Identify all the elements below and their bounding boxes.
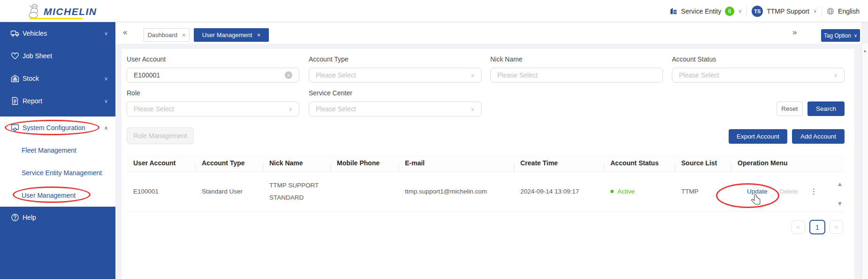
tab-label: User Management bbox=[202, 31, 252, 39]
chevron-down-icon: ∨ bbox=[104, 98, 108, 104]
chevron-down-icon: ∨ bbox=[738, 8, 742, 14]
account-status-select[interactable]: Please Select ∨ bbox=[672, 68, 845, 83]
chevron-down-icon: ∨ bbox=[813, 8, 817, 14]
tag-option-button[interactable]: Tag Option ∨ bbox=[821, 29, 860, 42]
cell-operation-menu: Update Delete ⋮ bbox=[731, 187, 845, 196]
user-name: TTMP Support bbox=[767, 8, 809, 15]
tab-dashboard[interactable]: Dashboard × bbox=[144, 28, 190, 42]
brand-name: MICHELIN bbox=[44, 5, 97, 19]
table-scroll-down-icon[interactable]: ▼ bbox=[835, 200, 845, 208]
cell-nick-name: TTMP SUPPORT STANDARD bbox=[263, 179, 330, 204]
column-header: Account Type bbox=[195, 159, 263, 167]
account-type-placeholder: Please Select bbox=[316, 71, 356, 79]
chevron-down-icon: ∨ bbox=[104, 31, 108, 37]
service-center-select[interactable]: Please Select ∨ bbox=[309, 101, 481, 116]
sidebar-item-vehicles[interactable]: Vehicles ∨ bbox=[0, 22, 115, 45]
reset-button[interactable]: Reset bbox=[777, 101, 803, 116]
sidebar-item-job-sheet[interactable]: Job Sheet bbox=[0, 45, 115, 67]
sidebar-item-help[interactable]: Help bbox=[0, 206, 115, 229]
cell-create-time: 2024-09-14 13:09:17 bbox=[514, 188, 604, 195]
accounts-table: User Account Account Type Nick Name Mobi… bbox=[127, 155, 845, 211]
app-header: MICHELIN Service Entity 6 ∨ TS TTMP Supp… bbox=[0, 0, 868, 22]
page-prev-button[interactable]: < bbox=[792, 220, 805, 234]
update-link[interactable]: Update bbox=[747, 188, 768, 195]
avatar: TS bbox=[752, 6, 763, 17]
user-account-label: User Account bbox=[127, 55, 166, 63]
delete-link[interactable]: Delete bbox=[780, 188, 798, 195]
service-center-placeholder: Please Select bbox=[316, 105, 356, 113]
column-header: Create Time bbox=[514, 159, 604, 167]
table-scroll-up-icon[interactable]: ▲ bbox=[835, 180, 845, 188]
chevron-down-icon: ∨ bbox=[471, 72, 474, 78]
michelin-man-icon bbox=[26, 3, 42, 19]
truck-icon bbox=[10, 29, 20, 38]
nick-name-select[interactable]: Please Select bbox=[490, 68, 663, 83]
clear-icon[interactable]: × bbox=[285, 71, 292, 79]
account-type-select[interactable]: Please Select ∨ bbox=[309, 68, 481, 83]
sidebar-item-fleet-management[interactable]: Fleet Management bbox=[0, 139, 115, 162]
cell-source-list: TTMP bbox=[675, 188, 731, 195]
header-divider bbox=[746, 7, 747, 16]
scroll-up-icon[interactable]: ▲ bbox=[862, 48, 868, 53]
sidebar-item-label: Job Sheet bbox=[23, 52, 52, 60]
tab-bar: « Dashboard × User Management × » Tag Op… bbox=[115, 22, 861, 44]
language-label: English bbox=[838, 8, 860, 15]
sidebar-item-label: System Configuration bbox=[23, 124, 85, 132]
sidebar-item-stock[interactable]: Stock ∨ bbox=[0, 67, 115, 90]
role-management-button[interactable]: Role Management bbox=[127, 127, 194, 144]
nick-name-label: Nick Name bbox=[490, 55, 522, 63]
sidebar-item-report[interactable]: Report ∨ bbox=[0, 90, 115, 112]
role-select[interactable]: Please Select ∨ bbox=[127, 101, 299, 116]
chevron-down-icon: ∨ bbox=[854, 33, 857, 38]
chevron-down-icon: ∨ bbox=[834, 72, 838, 78]
search-button[interactable]: Search bbox=[807, 101, 845, 116]
tag-option-label: Tag Option bbox=[824, 32, 851, 39]
sidebar-item-system-configuration[interactable]: System Configuration ∧ bbox=[0, 116, 115, 139]
more-vertical-icon[interactable]: ⋮ bbox=[810, 187, 818, 196]
user-account-field[interactable]: × bbox=[127, 68, 299, 83]
sidebar-item-user-management[interactable]: User Management bbox=[0, 184, 115, 207]
close-icon[interactable]: × bbox=[257, 31, 261, 39]
status-dot bbox=[610, 190, 614, 193]
close-icon[interactable]: × bbox=[182, 31, 186, 39]
sidebar-subitem-label: Fleet Management bbox=[22, 147, 76, 154]
account-status-label: Account Status bbox=[672, 55, 716, 63]
page-number-button[interactable]: 1 bbox=[809, 220, 825, 234]
column-header: E-mail bbox=[398, 159, 514, 167]
cell-account-status: Active bbox=[604, 188, 675, 195]
nick-name-line: TTMP SUPPORT bbox=[269, 179, 330, 192]
user-account-input[interactable] bbox=[134, 71, 285, 79]
system-config-icon bbox=[10, 123, 20, 132]
tab-user-management[interactable]: User Management × bbox=[194, 28, 269, 42]
role-placeholder: Please Select bbox=[134, 105, 174, 113]
export-account-button[interactable]: Export Account bbox=[729, 129, 787, 144]
column-header: Mobile Phone bbox=[330, 159, 398, 167]
service-entity-label: Service Entity bbox=[681, 8, 722, 15]
user-management-panel: User Account Account Type Nick Name Acco… bbox=[122, 49, 854, 279]
tabs-collapse-icon[interactable]: « bbox=[123, 28, 127, 37]
sidebar-subitem-label: User Management bbox=[22, 192, 76, 199]
report-icon bbox=[10, 96, 20, 106]
sidebar-item-label: Vehicles bbox=[23, 30, 47, 37]
language-selector[interactable]: English bbox=[827, 8, 860, 15]
user-menu[interactable]: TS TTMP Support ∨ bbox=[752, 6, 817, 17]
tabs-expand-icon[interactable]: » bbox=[792, 28, 797, 37]
page-next-button[interactable]: > bbox=[830, 220, 843, 234]
sidebar-item-label: Report bbox=[23, 97, 42, 105]
cell-user-account: E100001 bbox=[127, 188, 195, 195]
page-scrollbar[interactable]: ▲ bbox=[861, 44, 868, 279]
system-configuration-section: System Configuration ∧ Fleet Management … bbox=[0, 116, 115, 207]
building-icon bbox=[670, 7, 678, 15]
brand-underline bbox=[30, 18, 82, 19]
chevron-down-icon: ∨ bbox=[471, 106, 474, 112]
service-entity-switcher[interactable]: Service Entity 6 ∨ bbox=[670, 7, 742, 16]
sidebar: Vehicles ∨ Job Sheet Stock ∨ bbox=[0, 22, 115, 279]
warehouse-icon bbox=[10, 74, 20, 83]
service-entity-count-badge: 6 bbox=[725, 7, 734, 16]
sidebar-item-service-entity-management[interactable]: Service Entity Management bbox=[0, 162, 115, 184]
table-header-row: User Account Account Type Nick Name Mobi… bbox=[127, 155, 845, 172]
add-account-button[interactable]: Add Account bbox=[792, 129, 845, 144]
role-label: Role bbox=[127, 89, 140, 97]
account-type-label: Account Type bbox=[309, 55, 349, 63]
cell-account-type: Standard User bbox=[195, 188, 263, 195]
